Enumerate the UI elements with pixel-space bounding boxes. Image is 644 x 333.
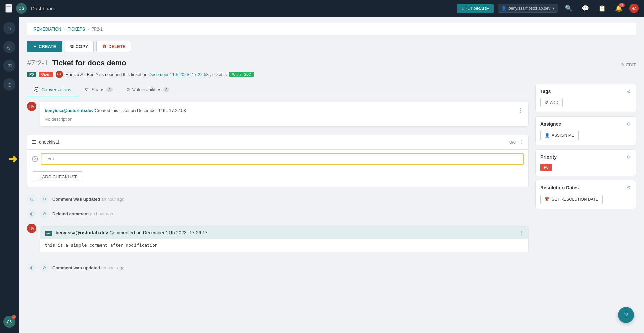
add-tag-button[interactable]: ↺ ADD xyxy=(540,98,563,107)
author-name: Hamza Ait Ben Yissa xyxy=(66,72,106,77)
help-fab-button[interactable]: ? xyxy=(618,307,634,323)
sidebar-icon-scan[interactable]: ⊙ xyxy=(3,78,15,91)
top-nav: ☰ OS Dashboard 🛡 UPGRADE 👤 benyissa@osto… xyxy=(0,0,644,17)
nav-title: Dashboard xyxy=(31,6,55,11)
create-icon: ✦ xyxy=(33,44,37,49)
tab-vulnerabilities[interactable]: ⚙ Vulnerabilities 0 xyxy=(119,84,176,96)
toolbar: ✦ CREATE ⧉ COPY 🗑 DELETE xyxy=(27,41,636,52)
resolution-section: Resolution Dates ⚙ 📅 SET RESOLUTION DATE xyxy=(535,180,636,209)
activity-icon-1: ◎ xyxy=(27,194,36,204)
sidebar-icon-bottom-logo[interactable]: OS 7 xyxy=(3,316,15,328)
breadcrumb-sep-2: › xyxy=(88,27,89,32)
comment-avatar: HA xyxy=(27,224,36,233)
breadcrumb-sep-1: › xyxy=(64,27,65,32)
upgrade-button[interactable]: 🛡 UPGRADE xyxy=(457,4,494,13)
sidebar-icon-home[interactable]: ⌂ xyxy=(3,22,15,34)
comment-card: me benyissa@ostorlab.dev Commented on De… xyxy=(40,226,529,252)
priority-title: Priority xyxy=(540,154,557,160)
ticket-id: #7r2-1 xyxy=(27,59,48,67)
copy-button[interactable]: ⧉ COPY xyxy=(65,41,94,52)
checklist-item-input[interactable] xyxy=(41,153,524,165)
tab-scans[interactable]: 🛡 Scans 0 xyxy=(78,84,119,96)
ticket-title: #7r2-1 Ticket for docs demo xyxy=(27,59,126,67)
ticket-meta: P0 Open HA Hamza Ait Ben Yissa opened th… xyxy=(27,71,636,78)
checklist-more-button[interactable]: ⋮ xyxy=(519,139,524,145)
main-wrap: ⌂ ◎ ✉ ⊙ OS 7 REMEDIATION › TICKETS › 7R2… xyxy=(0,17,644,333)
tags-section: Tags ⚙ ↺ ADD xyxy=(535,84,636,112)
checklist-body: ➜ ✕ xyxy=(27,153,528,170)
notification-badge: 22 xyxy=(619,3,625,7)
notification-button[interactable]: 🔔 22 xyxy=(612,3,625,13)
comment-author: me benyissa@ostorlab.dev Commented on De… xyxy=(45,230,208,235)
activity-icon-bottom: ◎ xyxy=(27,263,36,272)
assign-me-button[interactable]: 👤 ASSIGN ME xyxy=(540,131,579,140)
progress-bar-wrap xyxy=(27,149,528,150)
comment-tag: me xyxy=(45,231,52,236)
edit-icon: ✎ xyxy=(621,62,625,67)
resolution-gear-icon[interactable]: ⚙ xyxy=(627,185,631,190)
calendar-icon: 📅 xyxy=(545,197,550,202)
chat-button[interactable]: 💬 xyxy=(579,3,592,13)
tabs: 💬 Conversations 🛡 Scans 0 ⚙ Vulnerabilit… xyxy=(27,84,529,96)
activity-row-bottom: ◎ ⊙ Comment was updated an hour ago xyxy=(27,260,529,275)
breadcrumb-current: 7R2-1 xyxy=(92,27,103,32)
vulnerabilities-icon: ⚙ xyxy=(126,87,130,92)
checklist-card: ☰ checklist1 0/0 ⋮ ➜ xyxy=(27,135,529,187)
assignee-title: Assignee xyxy=(540,121,561,127)
list-icon: ☰ xyxy=(32,139,36,145)
activity-icon-2: ⊙ xyxy=(40,194,49,204)
author-avatar: HA xyxy=(56,71,63,78)
activity-icon-4: ⊙ xyxy=(40,209,49,218)
priority-gear-icon[interactable]: ⚙ xyxy=(627,154,631,160)
conv-more-button[interactable]: ⋮ xyxy=(518,107,524,114)
arrow-indicator: ➜ xyxy=(8,153,17,165)
add-checklist-area: + ADD CHECKLIST xyxy=(27,171,528,187)
assign-icon: 👤 xyxy=(545,133,550,138)
activity-icon-bottom-2: ⊙ xyxy=(40,263,49,272)
logo: OS xyxy=(16,3,27,14)
priority-section: Priority ⚙ P0 xyxy=(535,149,636,176)
checklist-count: 0/0 xyxy=(509,140,516,145)
search-button[interactable]: 🔍 xyxy=(562,3,575,13)
sidebar-icon-message[interactable]: ✉ xyxy=(3,60,15,72)
breadcrumb: REMEDIATION › TICKETS › 7R2-1 xyxy=(27,23,636,35)
sidebar-badge: 7 xyxy=(12,315,16,319)
user-menu-button[interactable]: 👤 benyissa@ostorlab.dev ▾ xyxy=(498,4,558,13)
left-sidebar: ⌂ ◎ ✉ ⊙ OS 7 xyxy=(0,17,19,333)
tab-conversations[interactable]: 💬 Conversations xyxy=(27,84,78,96)
two-col-layout: 💬 Conversations 🛡 Scans 0 ⚙ Vulnerabilit… xyxy=(27,84,636,275)
sidebar-icon-activity[interactable]: ◎ xyxy=(3,41,15,53)
conversation-card: benyissa@ostorlab.dev Created this ticke… xyxy=(40,102,529,127)
assignee-gear-icon[interactable]: ⚙ xyxy=(627,121,631,127)
breadcrumb-remediation[interactable]: REMEDIATION xyxy=(34,27,61,32)
add-checklist-button[interactable]: + ADD CHECKLIST xyxy=(32,171,83,182)
main-content: REMEDIATION › TICKETS › 7R2-1 ✦ CREATE ⧉… xyxy=(19,17,644,333)
conversations-icon: 💬 xyxy=(34,87,39,92)
chevron-down-icon: ▾ xyxy=(552,6,554,11)
right-sidebar: Tags ⚙ ↺ ADD Assignee ⚙ 👤 xyxy=(535,84,636,275)
tags-gear-icon[interactable]: ⚙ xyxy=(627,89,631,94)
user-avatar: HA xyxy=(629,4,639,13)
checklist-header: ☰ checklist1 0/0 ⋮ xyxy=(27,135,528,149)
hamburger-button[interactable]: ☰ xyxy=(5,4,12,13)
priority-badge: P0 xyxy=(27,72,36,77)
add-tag-icon: ↺ xyxy=(545,100,548,105)
scans-icon: 🛡 xyxy=(85,87,90,92)
resolution-title: Resolution Dates xyxy=(540,185,579,190)
activity-row-2: ◎ ⊙ Deleted comment an hour ago xyxy=(27,206,529,221)
remove-item-button[interactable]: ✕ xyxy=(32,156,38,162)
meta-text: Hamza Ait Ben Yissa opened this ticket o… xyxy=(66,72,227,77)
activity-row-1: ◎ ⊙ Comment was updated an hour ago xyxy=(27,191,529,206)
contact-button[interactable]: 📋 xyxy=(596,3,608,13)
conv-body: No description xyxy=(45,117,524,122)
comment-more-button[interactable]: ⋮ xyxy=(519,230,524,235)
comment-header: me benyissa@ostorlab.dev Commented on De… xyxy=(40,227,528,239)
create-button[interactable]: ✦ CREATE xyxy=(27,41,62,52)
breadcrumb-tickets[interactable]: TICKETS xyxy=(68,27,85,32)
checklist-title: ☰ checklist1 xyxy=(32,139,59,145)
delete-button[interactable]: 🗑 DELETE xyxy=(96,41,131,52)
status-badge: Open xyxy=(39,72,53,77)
activity-icon-3: ◎ xyxy=(27,209,36,218)
edit-button[interactable]: ✎ EDIT xyxy=(621,62,636,67)
set-resolution-date-button[interactable]: 📅 SET RESOLUTION DATE xyxy=(540,195,603,204)
